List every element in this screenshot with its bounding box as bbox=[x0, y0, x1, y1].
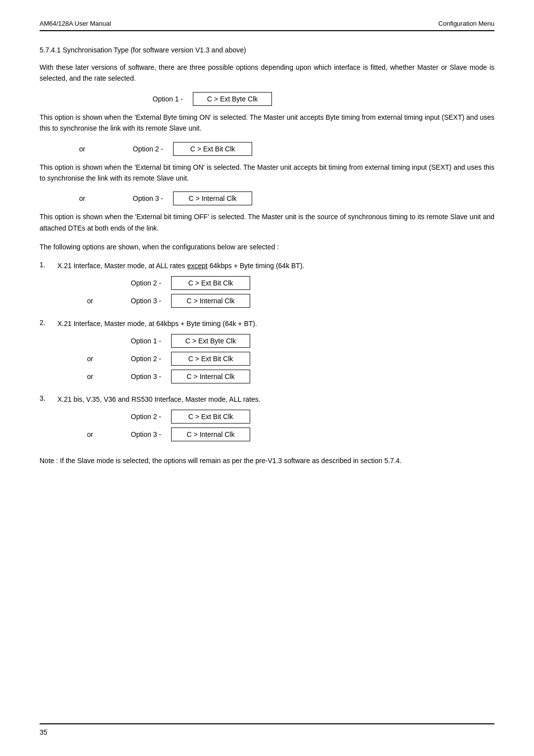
list-text-1: X.21 Interface, Master mode, at ALL rate… bbox=[57, 261, 494, 271]
list-item-1: 1. X.21 Interface, Master mode, at ALL r… bbox=[40, 261, 494, 312]
option2-box: C > Ext Bit Clk bbox=[173, 142, 252, 156]
option1-row: Option 1 - C > Ext Byte Clk bbox=[119, 92, 494, 106]
sub-options-1: Option 2 - C > Ext Bit Clk or Option 3 -… bbox=[87, 276, 494, 308]
page-number: 35 bbox=[40, 728, 47, 736]
sub-box-3-3: C > Internal Clk bbox=[171, 427, 250, 441]
sub-option-2-1: Option 1 - C > Ext Byte Clk bbox=[87, 334, 494, 348]
list-item-3: 3. X.21 bis, V.35, V36 and RS530 Interfa… bbox=[40, 394, 494, 445]
sub-option-3-2: Option 2 - C > Ext Bit Clk bbox=[87, 410, 494, 424]
option1-box: C > Ext Byte Clk bbox=[193, 92, 272, 106]
sub-option-2-3: or Option 3 - C > Internal Clk bbox=[87, 370, 494, 383]
option3-label: Option 3 - bbox=[99, 194, 163, 202]
sub-box-1-2: C > Ext Bit Clk bbox=[171, 276, 250, 290]
sub-box-2-2: C > Ext Bit Clk bbox=[171, 352, 250, 366]
sub-option-1-2: Option 2 - C > Ext Bit Clk bbox=[87, 276, 494, 290]
option2-desc: This option is shown when the 'External … bbox=[40, 162, 494, 184]
list-text-2: X.21 Interface, Master mode, at 64kbps +… bbox=[57, 319, 494, 329]
underline-except: except bbox=[187, 262, 208, 270]
option3-box: C > Internal Clk bbox=[173, 191, 252, 205]
sub-option-2-2: or Option 2 - C > Ext Bit Clk bbox=[87, 352, 494, 366]
list-text-3: X.21 bis, V.35, V36 and RS530 Interface,… bbox=[57, 394, 494, 405]
list-number-2: 2. bbox=[40, 319, 57, 327]
sub-option-3-3: or Option 3 - C > Internal Clk bbox=[87, 427, 494, 441]
following-text: The following options are shown, when th… bbox=[40, 241, 494, 252]
sub-options-3: Option 2 - C > Ext Bit Clk or Option 3 -… bbox=[87, 410, 494, 441]
list-content-1: X.21 Interface, Master mode, at ALL rate… bbox=[57, 261, 494, 312]
option3-row: or Option 3 - C > Internal Clk bbox=[79, 191, 494, 205]
list-number-3: 3. bbox=[40, 394, 57, 402]
option2-row: or Option 2 - C > Ext Bit Clk bbox=[79, 142, 494, 156]
numbered-list: 1. X.21 Interface, Master mode, at ALL r… bbox=[40, 261, 494, 445]
sub-box-3-2: C > Ext Bit Clk bbox=[171, 410, 250, 424]
sub-option-1-3: or Option 3 - C > Internal Clk bbox=[87, 294, 494, 308]
header-left: AM64/128A User Manual bbox=[40, 20, 111, 27]
list-content-3: X.21 bis, V.35, V36 and RS530 Interface,… bbox=[57, 394, 494, 445]
sub-box-2-3: C > Internal Clk bbox=[171, 370, 250, 383]
or2-label: or bbox=[79, 194, 99, 202]
page: AM64/128A User Manual Configuration Menu… bbox=[0, 0, 534, 756]
section-title: 5.7.4.1 Synchronisation Type (for softwa… bbox=[40, 46, 494, 54]
sub-label-2-1: Option 1 - bbox=[107, 337, 161, 345]
sub-label-2-3: Option 3 - bbox=[107, 373, 161, 380]
option1-desc: This option is shown when the 'External … bbox=[40, 112, 494, 134]
sub-label-1-3: Option 3 - bbox=[107, 297, 161, 305]
list-content-2: X.21 Interface, Master mode, at 64kbps +… bbox=[57, 319, 494, 387]
intro-text: With these later versions of software, t… bbox=[40, 62, 494, 84]
or1-label: or bbox=[79, 145, 99, 153]
option2-label: Option 2 - bbox=[99, 145, 163, 153]
sub-label-2-2: Option 2 - bbox=[107, 355, 161, 363]
page-footer: 35 bbox=[40, 723, 494, 736]
list-number-1: 1. bbox=[40, 261, 57, 269]
sub-box-1-3: C > Internal Clk bbox=[171, 294, 250, 308]
option1-label: Option 1 - bbox=[119, 95, 183, 103]
sub-box-2-1: C > Ext Byte Clk bbox=[171, 334, 250, 348]
sub-label-3-3: Option 3 - bbox=[107, 430, 161, 438]
sub-label-3-2: Option 2 - bbox=[107, 413, 161, 421]
header-right: Configuration Menu bbox=[439, 20, 494, 27]
list-item-2: 2. X.21 Interface, Master mode, at 64kbp… bbox=[40, 319, 494, 387]
sub-label-1-2: Option 2 - bbox=[107, 279, 161, 287]
option3-desc: This option is shown when the 'External … bbox=[40, 211, 494, 234]
sub-options-2: Option 1 - C > Ext Byte Clk or Option 2 … bbox=[87, 334, 494, 383]
note-text: Note : If the Slave mode is selected, th… bbox=[40, 455, 494, 466]
page-header: AM64/128A User Manual Configuration Menu bbox=[40, 20, 494, 31]
